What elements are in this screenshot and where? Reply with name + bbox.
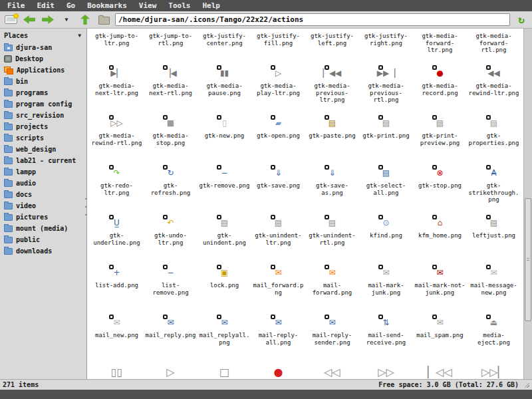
file-item-gtk-justify-fill-png[interactable]: ≡gtk-justify-fill.png [251,29,305,65]
sidebar-item-public[interactable]: public [0,234,86,245]
history-dropdown-button[interactable]: ▼ [59,13,74,27]
file-item-media-skip-backward-icon[interactable]: ▏◁◁ [413,364,467,379]
file-item-media-skip-forward-icon[interactable]: ▷▷▏ [467,364,521,379]
file-item-gtk-redo-ltr-png[interactable]: ↷gtk-redo-ltr.png [90,165,144,215]
file-item-mail-mark-junk-png[interactable]: ✉mail-mark-junk.png [359,265,413,315]
file-item-gtk-save-png[interactable]: ⇓gtk-save.png [251,165,305,215]
file-item-mail-reply-all-png[interactable]: ✉mail-reply-all.png [251,315,305,364]
sidebar-item-audio[interactable]: audio [0,178,86,189]
file-item-gtk-justify-left-png[interactable]: ≡gtk-justify-left.png [305,29,359,65]
places-header[interactable]: Places ▼ [0,29,86,42]
file-item-media-playback-start-icon[interactable]: ▷ [144,364,198,379]
file-item-gtk-justify-right-png[interactable]: ≡gtk-justify-right.png [359,29,413,65]
file-item-gtk-media-pause-png[interactable]: ▮▮gtk-media-pause.png [198,65,251,115]
file-item-gtk-media-rewind-ltr-png[interactable]: ◀◀gtk-media-rewind-ltr.png [467,65,521,115]
file-item-media-seek-backward-icon[interactable]: ◁◁ [305,364,359,379]
sidebar-item-mount-media[interactable]: mount (media) [0,223,86,234]
file-item-gtk-print-png[interactable]: ▤gtk-print.png [359,115,413,165]
up-button[interactable] [78,13,92,27]
menu-file[interactable]: File [1,1,31,11]
file-item-gtk-open-png[interactable]: ▰gtk-open.png [251,115,305,165]
file-item-media-record-icon[interactable]: ● [251,364,305,379]
file-item-kfm-home-png[interactable]: ⌂kfm_home.png [413,215,467,265]
file-item-gtk-media-forward-rtl-png[interactable]: ◀◀gtk-media-forward-rtl.png [467,29,521,65]
file-item-gtk-media-rewind-rtl-png[interactable]: ▷▷gtk-media-rewind-rtl.png [90,115,144,165]
file-item-mail-replyall-png[interactable]: ✉mail_replyall.png [198,315,251,364]
sidebar-item-video[interactable]: video [0,200,86,211]
file-item-gtk-media-stop-png[interactable]: ■gtk-media-stop.png [144,115,198,165]
sidebar-item-pictures[interactable]: pictures [0,211,86,223]
sidebar-item-downloads[interactable]: downloads [0,245,86,257]
file-item-gtk-properties-png[interactable]: ▤gtk-properties.png [467,115,521,165]
menu-edit[interactable]: Edit [31,1,61,11]
sidebar-item-lab21-current[interactable]: lab21 - current [0,155,86,166]
file-item-gtk-remove-png[interactable]: −gtk-remove.png [198,165,251,215]
file-item-gtk-strikethrough-png[interactable]: A̶gtk-strikethrough.png [467,165,521,215]
menu-go[interactable]: Go [61,1,81,11]
sidebar-item-program-config[interactable]: program config [0,98,86,110]
sidebar-item-scripts[interactable]: scripts [0,132,86,144]
menu-view[interactable]: View [133,1,163,11]
vertical-scrollbar[interactable] [523,29,532,379]
file-item-media-eject-png[interactable]: ⏏media-eject.png [467,315,521,364]
file-item-gtk-select-all-png[interactable]: ▤gtk-select-all.png [359,165,413,215]
file-item-gtk-new-png[interactable]: ▯gtk-new.png [198,115,251,165]
file-item-gtk-media-next-rtl-png[interactable]: ▕◀gtk-media-next-rtl.png [144,65,198,115]
file-item-gtk-media-forward-ltr-png[interactable]: ▶▶gtk-media-forward-ltr.png [413,29,467,65]
file-item-media-seek-forward-icon[interactable]: ▷▷ [359,364,413,379]
file-item-mail-message-new-png[interactable]: ✉mail-message-new.png [467,265,521,315]
sidebar-item-programs[interactable]: programs [0,87,86,98]
file-item-gtk-print-preview-png[interactable]: ▤gtk-print-preview.png [413,115,467,165]
sidebar-item-web-design[interactable]: web_design [0,144,86,155]
new-window-button[interactable] [3,13,18,27]
file-item-gtk-media-next-ltr-png[interactable]: ▶▏gtk-media-next-ltr.png [90,65,144,115]
scrollbar-thumb[interactable] [525,198,531,321]
menu-bookmarks[interactable]: Bookmarks [81,1,133,11]
file-item-gtk-justify-center-png[interactable]: ≡gtk-justify-center.png [198,29,251,65]
sidebar-item-src-revision[interactable]: src_revision [0,110,86,121]
file-item-gtk-save-as-png[interactable]: ⇓gtk-save-as.png [305,165,359,215]
sidebar-item-docs[interactable]: docs [0,189,86,200]
file-item-media-playback-pause-icon[interactable]: ▯▯ [90,364,144,379]
file-item-gtk-jump-to-ltr-png[interactable]: ↪gtk-jump-to-ltr.png [90,29,144,65]
file-item-gtk-media-record-png[interactable]: ●gtk-media-record.png [413,65,467,115]
file-item-mail-spam-png[interactable]: ✉mail_spam.png [413,315,467,364]
menu-tools[interactable]: Tools [162,1,196,11]
file-item-gtk-jump-to-rtl-png[interactable]: ↩gtk-jump-to-rtl.png [144,29,198,65]
sidebar-item-applications[interactable]: Applications [0,65,86,76]
file-item-gtk-undo-ltr-png[interactable]: ↶gtk-undo-ltr.png [144,215,198,265]
file-item-gtk-media-previous-rtl-png[interactable]: ▶▶▕gtk-media-previous-rtl.png [359,65,413,115]
file-item-media-playback-stop-icon[interactable]: □ [198,364,251,379]
file-item-gtk-paste-png[interactable]: ▤gtk-paste.png [305,115,359,165]
file-item-gtk-unindent-rtl-png[interactable]: ▤gtk-unindent-rtl.png [305,215,359,265]
forward-button[interactable] [41,13,55,27]
file-item-mail-reply-sender-png[interactable]: ✉mail-reply-sender.png [305,315,359,364]
sidebar-item-bin[interactable]: bin [0,76,86,87]
file-item-list-remove-png[interactable]: −list-remove.png [144,265,198,315]
file-item-mail-new-png[interactable]: ✉mail_new.png [90,315,144,364]
file-item-mail-send-receive-png[interactable]: ⇅mail-send-receive.png [359,315,413,364]
reload-button[interactable]: ↻ [514,13,529,27]
file-item-leftjust-png[interactable]: ▤leftjust.png [467,215,521,265]
back-button[interactable] [22,13,37,27]
file-item-gtk-media-play-ltr-png[interactable]: ▷gtk-media-play-ltr.png [251,65,305,115]
file-item-mail-reply-png[interactable]: ✉mail_reply.png [144,315,198,364]
file-item-gtk-unindent-ltr-png[interactable]: ▤gtk-unindent-ltr.png [251,215,305,265]
file-item-gtk-media-previous-ltr-png[interactable]: ▏◀◀gtk-media-previous-ltr.png [305,65,359,115]
file-item-list-add-png[interactable]: +list-add.png [90,265,144,315]
path-input[interactable] [115,13,510,26]
file-item-mail-forward-png[interactable]: ✉mail_forward.png [251,265,305,315]
file-item-mail-mark-not-junk-png[interactable]: ✉mail-mark-not-junk.png [413,265,467,315]
sidebar-item-projects[interactable]: projects [0,121,86,132]
file-item-gtk-unindent-png[interactable]: ▤gtk-unindent.png [198,215,251,265]
sidebar-item-desktop[interactable]: Desktop [0,53,86,65]
file-item-gtk-refresh-png[interactable]: ↻gtk-refresh.png [144,165,198,215]
sidebar-item-lampp[interactable]: lampp [0,166,86,178]
menu-help[interactable]: Help [196,1,226,11]
resize-grip[interactable] [524,382,529,388]
file-item-gtk-underline-png[interactable]: U̲gtk-underline.png [90,215,144,265]
sidebar-item-djura-san[interactable]: djura-san [0,42,86,53]
file-item-mail-forward-png[interactable]: ✉mail-forward.png [305,265,359,315]
file-item-kfind-png[interactable]: ⊙kfind.png [359,215,413,265]
location-folder-button[interactable] [96,13,111,27]
